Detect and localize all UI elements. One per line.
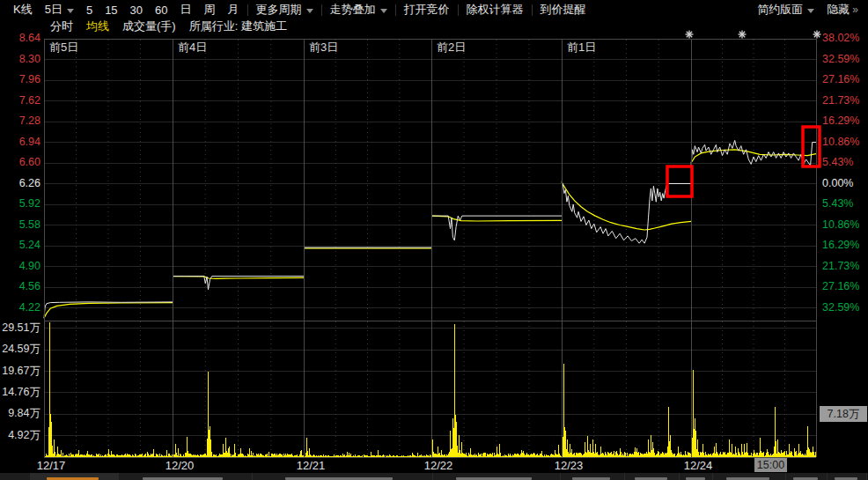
- percent-axis-label: 32.59%: [822, 53, 859, 65]
- volume-axis-label: 9.84万: [0, 407, 40, 419]
- price-axis-label: 7.96: [0, 73, 40, 85]
- percent-axis-label: 5.43%: [822, 197, 853, 210]
- price-axis-label: 5.58: [0, 218, 40, 231]
- percent-axis-label: 10.86%: [822, 136, 859, 148]
- price-axis-label: 6.26: [0, 177, 40, 189]
- date-axis-label: 12/22: [410, 459, 467, 472]
- volume-bars: [45, 322, 815, 457]
- day-offset-label: 前5日: [49, 40, 78, 55]
- price-axis-label: 4.56: [0, 280, 40, 292]
- percent-axis-label: 16.29%: [822, 239, 859, 251]
- price-axis-label: 4.22: [0, 301, 40, 314]
- percent-axis-label: 10.86%: [822, 218, 859, 231]
- bottom-tab[interactable]: [625, 473, 680, 480]
- day-offset-label: 前2日: [437, 40, 466, 55]
- bottom-tab[interactable]: [680, 473, 713, 480]
- average-price-line: [44, 303, 173, 319]
- price-axis-label: 5.24: [0, 239, 40, 251]
- percent-axis-label: 27.16%: [822, 280, 859, 292]
- stock-trading-app: K线5日5153060日周月更多周期走势叠加打开竞价除权计算器到价提醒 简约版面…: [0, 0, 868, 480]
- volume-axis-label: 19.67万: [0, 365, 40, 377]
- price-axis-label: 8.30: [0, 53, 40, 65]
- price-axis-label: 6.94: [0, 136, 40, 148]
- price-axis-label: 5.92: [0, 197, 40, 210]
- price-axis-label: 4.90: [0, 260, 40, 272]
- date-axis-label: 12/24: [670, 459, 726, 472]
- date-axis-label: 12/20: [151, 459, 208, 472]
- percent-axis-label: 27.16%: [822, 73, 859, 85]
- day-offset-label: 前3日: [309, 40, 338, 55]
- percent-axis-label: 16.29%: [822, 114, 859, 127]
- day-offset-label: 前4日: [178, 40, 207, 55]
- percent-axis-label: 21.73%: [822, 260, 859, 272]
- crosshair-time-label: 15:00: [754, 458, 787, 472]
- percent-axis-label: 38.02%: [822, 32, 859, 44]
- bottom-tab[interactable]: [0, 473, 31, 480]
- date-axis-label: 12/21: [283, 459, 339, 472]
- volume-axis-label: 14.76万: [0, 386, 40, 398]
- date-axis-label: 12/17: [23, 459, 79, 472]
- price-axis-label: 7.28: [0, 114, 40, 127]
- highlight-annotation-box: [667, 166, 692, 196]
- date-axis-label: 12/23: [541, 459, 597, 472]
- bottom-tab[interactable]: [828, 473, 867, 480]
- price-line: [431, 216, 562, 240]
- bottom-tab[interactable]: [713, 473, 786, 480]
- bottom-tab[interactable]: [561, 473, 625, 480]
- volume-value-label: 7.18万: [820, 406, 867, 422]
- percent-axis-label: 0.00%: [822, 177, 853, 189]
- volume-axis-label: 4.92万: [0, 429, 40, 441]
- bottom-tab[interactable]: [433, 473, 561, 480]
- bottom-tab[interactable]: [31, 473, 119, 480]
- volume-axis-label: 24.59万: [0, 343, 40, 355]
- price-axis-label: 8.64: [0, 32, 40, 44]
- bottom-tab-strip: [0, 473, 868, 480]
- bottom-tab[interactable]: [253, 473, 433, 480]
- volume-axis-label: 29.51万: [0, 321, 40, 334]
- day-offset-label: 前1日: [567, 40, 596, 55]
- bottom-tab[interactable]: [119, 473, 253, 480]
- chart-canvas[interactable]: [0, 0, 868, 480]
- price-axis-label: 7.62: [0, 94, 40, 107]
- percent-axis-label: 21.73%: [822, 94, 859, 107]
- price-axis-label: 6.60: [0, 156, 40, 168]
- percent-axis-label: 5.43%: [822, 156, 853, 168]
- percent-axis-label: 32.59%: [822, 301, 859, 314]
- bottom-tab[interactable]: [786, 473, 828, 480]
